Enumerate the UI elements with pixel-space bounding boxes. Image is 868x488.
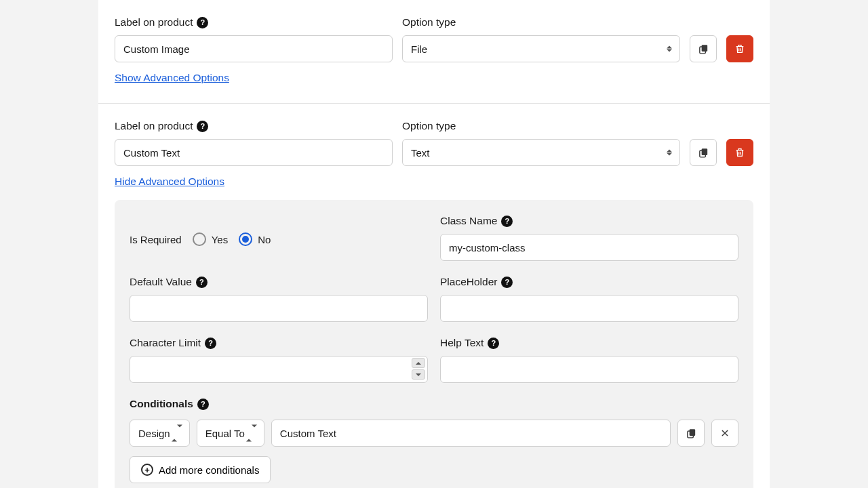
help-icon[interactable]: ? bbox=[205, 338, 216, 349]
option-block-1: Label on product ? Option type File bbox=[98, 16, 770, 104]
conditional-duplicate-button[interactable] bbox=[677, 420, 705, 447]
help-text-label: Help Text ? bbox=[440, 337, 738, 349]
help-icon[interactable]: ? bbox=[501, 216, 513, 227]
default-value-label: Default Value ? bbox=[130, 276, 428, 288]
show-advanced-link[interactable]: Show Advanced Options bbox=[115, 72, 229, 84]
conditional-operator-select[interactable]: Equal To bbox=[197, 420, 264, 447]
label-input[interactable] bbox=[115, 139, 393, 166]
advanced-panel: Is Required Yes No Class Name bbox=[115, 200, 753, 488]
conditional-value-input[interactable] bbox=[271, 420, 671, 447]
is-required-no-radio[interactable]: No bbox=[239, 232, 271, 246]
options-editor: Label on product ? Option type File bbox=[98, 0, 770, 488]
delete-button[interactable] bbox=[726, 139, 753, 166]
svg-rect-4 bbox=[689, 429, 694, 436]
help-icon[interactable]: ? bbox=[196, 277, 208, 288]
chevron-sort-icon bbox=[172, 428, 182, 439]
help-icon[interactable]: ? bbox=[488, 338, 499, 349]
chevron-sort-icon bbox=[246, 428, 257, 439]
conditionals-label: Conditionals ? bbox=[130, 398, 738, 410]
option-type-label: Option type bbox=[402, 16, 680, 28]
label-on-product-label: Label on product ? bbox=[115, 16, 393, 28]
placeholder-label: PlaceHolder ? bbox=[440, 276, 738, 288]
character-limit-input[interactable] bbox=[130, 356, 428, 383]
default-value-input[interactable] bbox=[130, 295, 428, 322]
is-required-label: Is Required bbox=[130, 234, 182, 245]
help-icon[interactable]: ? bbox=[197, 399, 209, 410]
option-type-label: Option type bbox=[402, 120, 680, 132]
duplicate-button[interactable] bbox=[690, 139, 717, 166]
trash-icon bbox=[734, 43, 745, 54]
option-type-select[interactable]: Text bbox=[402, 139, 680, 166]
is-required-yes-radio[interactable]: Yes bbox=[193, 232, 228, 246]
class-name-label: Class Name ? bbox=[440, 215, 738, 227]
copy-icon bbox=[698, 43, 709, 55]
stepper-down[interactable] bbox=[412, 369, 425, 380]
close-icon bbox=[720, 428, 730, 438]
conditional-field-select[interactable]: Design bbox=[130, 420, 190, 447]
chevron-down-icon bbox=[416, 373, 421, 376]
svg-rect-0 bbox=[701, 45, 707, 52]
conditional-remove-button[interactable] bbox=[711, 420, 738, 447]
add-conditional-button[interactable]: + Add more conditionals bbox=[130, 456, 271, 483]
class-name-input[interactable] bbox=[440, 234, 738, 261]
option-block-2: Label on product ? Option type Text bbox=[98, 120, 770, 488]
delete-button[interactable] bbox=[726, 35, 753, 62]
help-icon[interactable]: ? bbox=[501, 277, 513, 288]
help-icon[interactable]: ? bbox=[197, 17, 208, 28]
label-on-product-label: Label on product ? bbox=[115, 120, 393, 132]
copy-icon bbox=[698, 147, 709, 159]
svg-rect-2 bbox=[701, 148, 707, 155]
help-text-input[interactable] bbox=[440, 356, 738, 383]
character-limit-label: Character Limit ? bbox=[130, 337, 428, 349]
placeholder-input[interactable] bbox=[440, 295, 738, 322]
chevron-up-icon bbox=[416, 362, 421, 365]
stepper-up[interactable] bbox=[412, 358, 425, 368]
hide-advanced-link[interactable]: Hide Advanced Options bbox=[115, 176, 224, 188]
label-input[interactable] bbox=[115, 35, 393, 62]
duplicate-button[interactable] bbox=[690, 35, 717, 62]
trash-icon bbox=[734, 147, 745, 158]
help-icon[interactable]: ? bbox=[197, 121, 208, 132]
copy-icon bbox=[686, 428, 697, 439]
plus-circle-icon: + bbox=[141, 464, 153, 476]
option-type-select[interactable]: File bbox=[402, 35, 680, 62]
